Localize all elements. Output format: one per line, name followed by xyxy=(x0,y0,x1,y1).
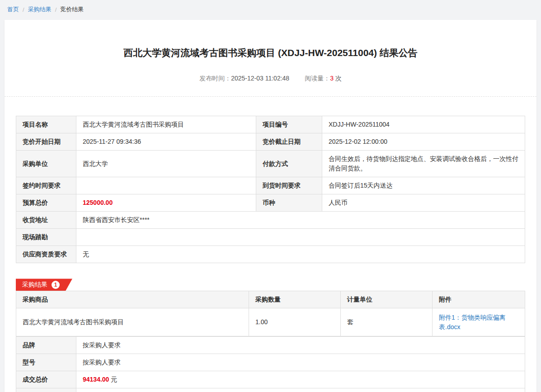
views-count: 3 xyxy=(330,75,334,82)
divider xyxy=(5,96,536,97)
info-value: 陕西省西安市长安区**** xyxy=(76,212,525,229)
info-label: 预算总价 xyxy=(16,194,76,212)
info-value: 合同生效后，待货物到达指定地点、安装调试验收合格后，一次性付清合同货款。 xyxy=(322,151,525,177)
table-row: 采购单位 西北大学 付款方式 合同生效后，待货物到达指定地点、安装调试验收合格后… xyxy=(16,151,525,177)
deal-price-amount: 94134.00 xyxy=(83,376,109,383)
product-quantity: 1.00 xyxy=(249,308,341,336)
announcement-card: 西北大学黄河流域考古图书采购项目 (XDJJ-HW-202511004) 结果公… xyxy=(5,20,536,392)
table-row: 成交供应商 湖北三新文化传媒有限公司 xyxy=(16,388,525,392)
table-row: 现场踏勘 xyxy=(16,229,525,246)
table-row: 收货地址 陕西省西安市长安区**** xyxy=(16,212,525,229)
table-row: 型号 按采购人要求 xyxy=(16,354,525,371)
attachment-link[interactable]: 附件1：货物类响应偏离表.docx xyxy=(439,314,506,331)
col-header-quantity: 采购数量 xyxy=(249,291,341,308)
detail-label-supplier: 成交供应商 xyxy=(16,388,76,392)
info-label: 付款方式 xyxy=(256,151,322,177)
breadcrumb-current: 竞价结果 xyxy=(60,5,84,14)
info-label: 供应商资质要求 xyxy=(16,246,76,263)
info-value: 西北大学黄河流域考古图书采购项目 xyxy=(76,116,256,133)
publish-time-label: 发布时间： xyxy=(199,75,231,82)
result-section-header: 采购结果 1 xyxy=(16,279,525,291)
breadcrumb-home[interactable]: 首页 xyxy=(7,5,19,14)
deal-price-unit: 元 xyxy=(109,376,117,383)
info-label: 币种 xyxy=(256,194,322,212)
project-info-table: 项目名称 西北大学黄河流域考古图书采购项目 项目编号 XDJJ-HW-20251… xyxy=(16,116,525,263)
info-label: 竞价截止日期 xyxy=(256,133,322,151)
table-row: 品牌 按采购人要求 xyxy=(16,337,525,354)
col-header-product: 采购商品 xyxy=(16,291,249,308)
table-row: 竞价开始日期 2025-11-27 09:34:36 竞价截止日期 2025-1… xyxy=(16,133,525,151)
breadcrumb: 首页 / 采购结果 / 竞价结果 xyxy=(0,0,541,18)
info-label: 项目编号 xyxy=(256,116,322,133)
views-unit: 次 xyxy=(335,75,342,82)
product-unit: 套 xyxy=(341,308,433,336)
table-row: 项目名称 西北大学黄河流域考古图书采购项目 项目编号 XDJJ-HW-20251… xyxy=(16,116,525,133)
info-value: 西北大学 xyxy=(76,151,256,177)
detail-value-model: 按采购人要求 xyxy=(76,354,525,371)
result-badge-label: 采购结果 xyxy=(22,281,47,289)
result-badge: 采购结果 1 xyxy=(16,279,72,291)
views-label: 阅读量： xyxy=(305,75,330,82)
info-label: 竞价开始日期 xyxy=(16,133,76,151)
info-value: 2025-12-02 12:00:00 xyxy=(322,133,525,151)
table-row: 预算总价 125000.00 币种 人民币 xyxy=(16,194,525,212)
info-label: 到货时间要求 xyxy=(256,177,322,194)
publish-time-value: 2025-12-03 11:02:48 xyxy=(231,75,289,82)
breadcrumb-separator: / xyxy=(55,6,57,13)
detail-value-deal-price: 94134.00 元 xyxy=(76,371,525,388)
detail-value-brand: 按采购人要求 xyxy=(76,337,525,354)
info-value: 2025-11-27 09:34:36 xyxy=(76,133,256,151)
budget-total-price: 125000.00 xyxy=(76,194,256,212)
info-label: 采购单位 xyxy=(16,151,76,177)
detail-value-supplier: 湖北三新文化传媒有限公司 xyxy=(76,388,525,392)
result-detail-table: 品牌 按采购人要求 型号 按采购人要求 成交总价 94134.00 元 成交供应… xyxy=(16,336,525,392)
info-label: 项目名称 xyxy=(16,116,76,133)
table-row: 成交总价 94134.00 元 xyxy=(16,371,525,388)
info-label: 现场踏勘 xyxy=(16,229,76,246)
table-row: 供应商资质要求 无 xyxy=(16,246,525,263)
breadcrumb-purchase-results[interactable]: 采购结果 xyxy=(28,5,52,14)
info-label: 签约时间要求 xyxy=(16,177,76,194)
page-title: 西北大学黄河流域考古图书采购项目 (XDJJ-HW-202511004) 结果公… xyxy=(34,46,507,59)
info-value xyxy=(76,177,256,194)
col-header-attachment: 附件 xyxy=(433,291,525,308)
result-table: 采购商品 采购数量 计量单位 附件 西北大学黄河流域考古图书采购项目 1.00 … xyxy=(16,291,525,336)
info-value: 人民币 xyxy=(322,194,525,212)
result-badge-number: 1 xyxy=(52,281,60,289)
info-label: 收货地址 xyxy=(16,212,76,229)
col-header-unit: 计量单位 xyxy=(341,291,433,308)
product-name: 西北大学黄河流域考古图书采购项目 xyxy=(16,308,249,336)
info-value: 合同签订后15天内送达 xyxy=(322,177,525,194)
announcement-meta: 发布时间：2025-12-03 11:02:48阅读量：3 次 xyxy=(16,75,525,83)
breadcrumb-separator: / xyxy=(23,6,24,13)
info-value xyxy=(76,229,525,246)
detail-label-model: 型号 xyxy=(16,354,76,371)
info-value: XDJJ-HW-202511004 xyxy=(322,116,525,133)
info-value: 无 xyxy=(76,246,525,263)
table-header-row: 采购商品 采购数量 计量单位 附件 xyxy=(16,291,525,308)
table-row: 西北大学黄河流域考古图书采购项目 1.00 套 附件1：货物类响应偏离表.doc… xyxy=(16,308,525,336)
detail-label-brand: 品牌 xyxy=(16,337,76,354)
table-row: 签约时间要求 到货时间要求 合同签订后15天内送达 xyxy=(16,177,525,194)
detail-label-deal-price: 成交总价 xyxy=(16,371,76,388)
